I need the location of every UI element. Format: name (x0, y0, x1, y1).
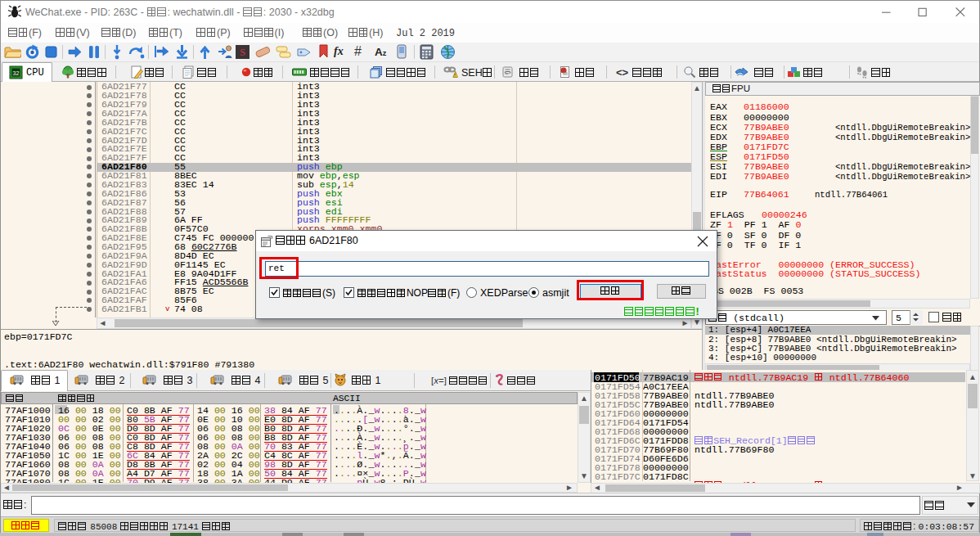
svg-text:32: 32 (13, 70, 20, 76)
svg-text:S: S (240, 47, 245, 58)
svg-text:<>: <> (504, 70, 510, 75)
